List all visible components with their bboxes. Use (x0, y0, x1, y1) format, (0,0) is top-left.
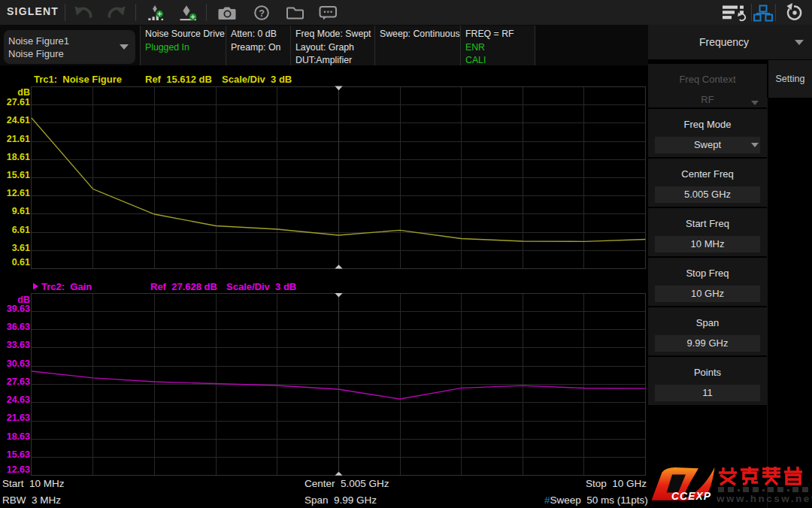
svg-text:27.63: 27.63 (7, 376, 30, 387)
svg-text:Ref 27.628 dB: Ref 27.628 dB (150, 281, 217, 292)
svg-text:24.61: 24.61 (7, 115, 30, 125)
svg-text:12.63: 12.63 (7, 464, 30, 475)
svg-text:6.61: 6.61 (12, 225, 30, 235)
svg-text:Ref 15.612 dB: Ref 15.612 dB (145, 74, 212, 85)
svg-text:21.63: 21.63 (7, 413, 30, 423)
svg-text:18.61: 18.61 (7, 152, 30, 162)
svg-text:dB: dB (17, 295, 30, 305)
svg-text:21.61: 21.61 (7, 134, 30, 144)
svg-text:15.61: 15.61 (7, 170, 30, 180)
svg-text:0.61: 0.61 (12, 257, 30, 268)
svg-text:27.61: 27.61 (7, 97, 30, 107)
svg-text:18.63: 18.63 (7, 431, 30, 442)
svg-text:12.61: 12.61 (7, 188, 30, 198)
svg-text:33.63: 33.63 (7, 340, 30, 350)
svg-text:24.63: 24.63 (7, 395, 30, 405)
svg-text:30.63: 30.63 (7, 358, 30, 369)
svg-text:Scale/Div 3 dB: Scale/Div 3 dB (222, 74, 292, 85)
svg-text:Trc1: Noise Figure: Trc1: Noise Figure (34, 74, 122, 85)
svg-text:39.63: 39.63 (7, 304, 30, 314)
svg-text:15.63: 15.63 (7, 449, 30, 460)
svg-text:36.63: 36.63 (7, 322, 30, 332)
svg-text:Scale/Div 3 dB: Scale/Div 3 dB (226, 281, 296, 292)
svg-text:3.61: 3.61 (12, 243, 30, 253)
svg-text:dB: dB (17, 87, 30, 98)
svg-text:Trc2: Gain: Trc2: Gain (41, 281, 92, 292)
svg-text:9.61: 9.61 (12, 206, 30, 216)
